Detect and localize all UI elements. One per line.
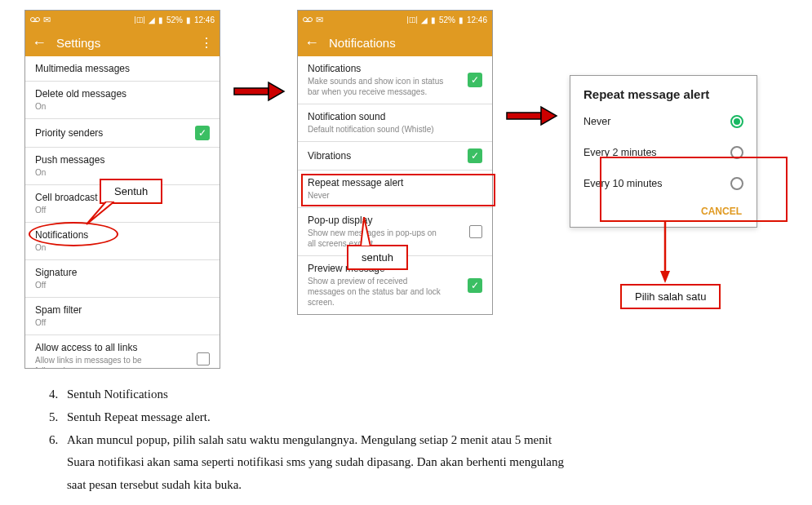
svg-point-1 [36, 18, 40, 22]
highlight-rect-options [600, 157, 788, 222]
svg-marker-4 [268, 82, 284, 100]
item-label: Signature [35, 267, 77, 278]
vibrate-icon: |◫| [406, 16, 418, 24]
svg-rect-3 [234, 88, 268, 95]
page-title: Settings [56, 36, 100, 50]
back-icon[interactable]: ← [32, 34, 47, 51]
checkbox-off-icon[interactable] [197, 352, 210, 365]
clock-text: 12:46 [467, 16, 487, 24]
more-icon[interactable]: ⋮ [200, 35, 213, 51]
item-sub: Make sounds and show icon in status bar … [308, 76, 446, 97]
svg-point-5 [304, 18, 308, 22]
checkbox-on-icon[interactable]: ✓ [468, 148, 482, 163]
callout-pointer [356, 217, 380, 246]
callout-sentuh-2: sentuh [347, 245, 408, 270]
callout-pilih: Pilih salah satu [620, 284, 721, 309]
annotation-arrow [653, 222, 677, 287]
wifi-icon: ◢ [421, 16, 428, 24]
item-spam[interactable]: Spam filterOff [25, 298, 220, 335]
status-bar: ✉ |◫| ◢ ▮ 52% ▮ 12:46 [298, 11, 492, 29]
page-title: Notifications [329, 36, 396, 50]
radio-label: Never [583, 116, 610, 127]
item-label: Vibrations [308, 150, 351, 162]
item-delete-old[interactable]: Delete old messagesOn [25, 82, 220, 119]
battery-text: 52% [166, 16, 183, 24]
signal-icon: ▮ [431, 16, 436, 24]
highlight-circle [29, 222, 118, 246]
step-number: 5. [49, 406, 67, 429]
item-sub: Off [35, 280, 77, 290]
item-sub: Off [35, 317, 82, 328]
checkbox-off-icon[interactable] [469, 225, 482, 238]
item-sub: Default notification sound (Whistle) [308, 124, 434, 135]
titlebar: ← Notifications [298, 29, 492, 56]
messenger-icon: ✉ [316, 15, 323, 25]
item-label: Allow access to all links [35, 342, 174, 353]
signal-icon: ▮ [158, 16, 163, 24]
item-priority[interactable]: Priority senders ✓ [25, 119, 220, 148]
clock-text: 12:46 [194, 16, 215, 24]
item-notifications[interactable]: NotificationsMake sounds and show icon i… [298, 56, 492, 104]
step-number: 6. [49, 429, 67, 452]
item-label: Multimedia messages [35, 63, 130, 74]
svg-marker-11 [361, 217, 371, 246]
item-sub: Show a preview of received messages on t… [308, 276, 446, 308]
item-sub: On [35, 101, 126, 112]
item-sub: On [35, 167, 104, 178]
highlight-rect [301, 174, 495, 206]
item-label: Push messages [35, 154, 104, 166]
step-text: Sentuh Repeat message alert. [67, 406, 211, 429]
titlebar: ← Settings ⋮ [25, 29, 220, 56]
svg-rect-8 [507, 113, 541, 119]
svg-point-0 [31, 18, 35, 22]
vibrate-icon: |◫| [134, 16, 145, 24]
item-label: Delete old messages [35, 88, 126, 100]
item-signature[interactable]: SignatureOff [25, 260, 220, 298]
checkbox-on-icon[interactable]: ✓ [195, 126, 210, 140]
svg-marker-13 [660, 271, 670, 283]
instructions-text: 4.Sentuh Notifications 5.Sentuh Repeat m… [0, 369, 812, 497]
step-text: Suara notifikasi akan sama seperti notif… [67, 451, 564, 474]
back-icon[interactable]: ← [304, 34, 319, 51]
voicemail-icon [30, 16, 40, 24]
item-sound[interactable]: Notification soundDefault notification s… [298, 104, 492, 142]
item-label: Priority senders [35, 127, 103, 139]
svg-point-6 [308, 18, 313, 22]
item-label: Spam filter [35, 304, 82, 316]
callout-sentuh-1: Sentuh [100, 179, 162, 204]
item-allow-links[interactable]: Allow access to all linksAllow links in … [25, 335, 220, 369]
voicemail-icon [303, 16, 313, 24]
status-bar: ✉ |◫| ◢ ▮ 52% ▮ 12:46 [25, 11, 220, 29]
arrow-right-icon [230, 10, 287, 173]
svg-marker-9 [541, 107, 557, 125]
dialog-title: Repeat message alert [570, 76, 757, 106]
svg-marker-10 [87, 202, 114, 224]
battery-icon: ▮ [459, 16, 464, 24]
item-multimedia[interactable]: Multimedia messages [25, 56, 220, 82]
messenger-icon: ✉ [43, 15, 51, 25]
step-text: Akan muncul popup, pilih salah satu wakt… [67, 429, 552, 452]
item-label: Notification sound [308, 111, 434, 122]
item-vibrations[interactable]: Vibrations ✓ [298, 142, 492, 171]
item-sub: Allow links in messages to be followed. [35, 355, 174, 369]
radio-never[interactable]: Never [570, 106, 757, 137]
arrow-right-icon [503, 10, 560, 173]
checkbox-on-icon[interactable]: ✓ [468, 278, 482, 293]
radio-on-icon [730, 115, 743, 128]
step-text: Sentuh Notifications [67, 383, 168, 406]
battery-icon: ▮ [186, 16, 191, 24]
battery-text: 52% [439, 16, 455, 24]
wifi-icon: ◢ [149, 16, 155, 24]
step-number: 4. [49, 383, 67, 406]
item-label: Notifications [308, 63, 446, 74]
step-text: saat pesan tersebut sudah kita buka. [67, 474, 242, 497]
checkbox-on-icon[interactable]: ✓ [468, 73, 482, 87]
